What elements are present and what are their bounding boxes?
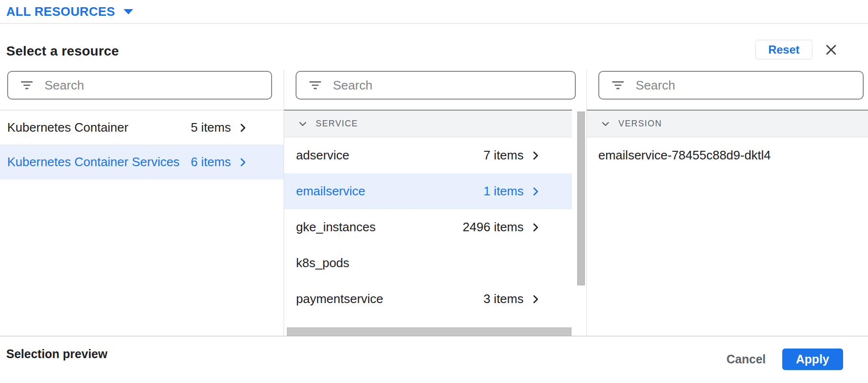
resource-type-column: Kubernetes Container 5 items Kubernetes … — [0, 70, 284, 336]
resource-type-search-box — [7, 71, 272, 100]
list-item-count: 5 items — [191, 120, 231, 135]
version-list: emailservice-78455c88d9-dktl4 — [587, 137, 868, 173]
dropdown-arrow-icon — [124, 9, 133, 14]
list-item[interactable]: Kubernetes Container Services 6 items — [0, 145, 284, 180]
filter-icon — [308, 78, 322, 92]
footer-actions: Cancel Apply — [716, 349, 843, 370]
search-input[interactable] — [45, 78, 263, 93]
all-resources-label: ALL RESOURCES — [6, 4, 115, 19]
list-item-name: gke_instances — [296, 220, 463, 235]
version-column: VERSION emailservice-78455c88d9-dktl4 — [587, 70, 868, 336]
list-item[interactable]: Kubernetes Container 5 items — [0, 111, 284, 145]
version-header-label: VERSION — [618, 119, 662, 129]
list-item-count: 1 items — [483, 184, 524, 199]
service-column: SERVICE adservice 7 items emailservice 1… — [284, 70, 587, 336]
resource-picker-page: ALL RESOURCES Select a resource Reset — [0, 0, 868, 383]
list-item[interactable]: emailservice 1 items — [284, 173, 572, 209]
list-item-name: emailservice — [296, 184, 483, 199]
list-item-name: paymentservice — [296, 292, 483, 306]
version-search-box — [598, 71, 864, 100]
dialog-header: Select a resource Reset — [0, 24, 868, 70]
header-actions: Reset — [755, 40, 868, 59]
list-item[interactable]: paymentservice 3 items — [284, 281, 572, 317]
service-header[interactable]: SERVICE — [284, 110, 572, 137]
list-item[interactable]: adservice 7 items — [284, 137, 572, 173]
horizontal-scrollbar[interactable] — [287, 327, 571, 336]
dialog-footer: Selection preview Cancel Apply — [0, 337, 868, 382]
chevron-right-icon — [529, 221, 542, 234]
chevron-right-icon — [237, 122, 249, 134]
service-search-box — [296, 71, 576, 100]
page-title: Select a resource — [6, 44, 119, 59]
search-input[interactable] — [636, 78, 854, 93]
selection-preview-label: Selection preview — [6, 347, 107, 382]
all-resources-dropdown[interactable]: ALL RESOURCES — [6, 4, 133, 19]
apply-button[interactable]: Apply — [782, 349, 843, 370]
filter-icon — [20, 78, 34, 92]
list-item-name: adservice — [296, 148, 483, 163]
chevron-right-icon — [529, 185, 542, 198]
cancel-button[interactable]: Cancel — [716, 349, 777, 370]
list-item-count: 6 items — [191, 155, 231, 169]
vertical-scrollbar[interactable] — [577, 112, 585, 285]
chevron-down-icon — [600, 118, 611, 130]
search-input[interactable] — [333, 78, 566, 93]
selection-columns: Kubernetes Container 5 items Kubernetes … — [0, 70, 868, 337]
top-bar: ALL RESOURCES — [0, 0, 868, 24]
list-item-name: k8s_pods — [296, 256, 536, 270]
list-item[interactable]: emailservice-78455c88d9-dktl4 — [587, 137, 868, 173]
service-list: adservice 7 items emailservice 1 items g… — [284, 137, 586, 317]
reset-button[interactable]: Reset — [755, 40, 812, 59]
chevron-down-icon — [297, 118, 308, 130]
chevron-right-icon — [237, 156, 249, 169]
list-item-name: Kubernetes Container — [7, 120, 191, 135]
list-item-count: 2496 items — [463, 220, 524, 235]
list-item-name: emailservice-78455c88d9-dktl4 — [598, 148, 851, 163]
list-item[interactable]: gke_instances 2496 items — [284, 209, 572, 245]
version-header[interactable]: VERSION — [587, 110, 868, 137]
list-item[interactable]: k8s_pods — [284, 245, 572, 281]
list-item-name: Kubernetes Container Services — [7, 155, 191, 169]
list-item-count: 3 items — [483, 292, 524, 306]
chevron-right-icon — [529, 293, 542, 305]
resource-type-list: Kubernetes Container 5 items Kubernetes … — [0, 110, 284, 180]
close-icon[interactable] — [824, 43, 838, 57]
service-header-label: SERVICE — [316, 119, 358, 129]
chevron-right-icon — [529, 149, 542, 162]
list-item-count: 7 items — [483, 148, 524, 163]
filter-icon — [611, 78, 625, 92]
